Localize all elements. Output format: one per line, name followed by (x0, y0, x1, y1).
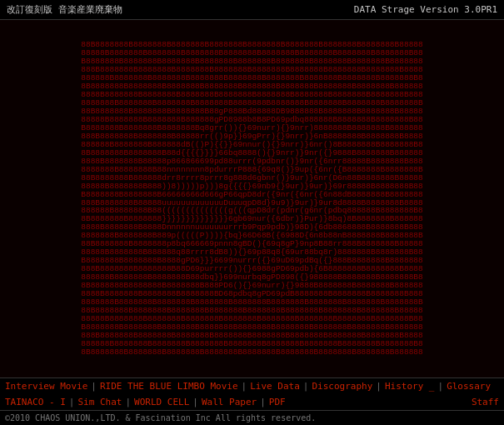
footer: ©2010 CHAOS UNION.,LTD. & Fascination In… (0, 410, 504, 425)
nav-separator: | (91, 381, 97, 392)
nav-primary: Interview Movie | RIDE THE BLUE LIMBO Mo… (0, 378, 504, 394)
nav-secondary: TAINACO - I | Sim Chat | WORLD CELL | Wa… (0, 394, 504, 410)
nav-item-history[interactable]: History _ (385, 381, 435, 392)
nav-item-sim-chat[interactable]: Sim Chat (77, 397, 122, 408)
nav-item-interview-movie[interactable]: Interview Movie (5, 381, 87, 392)
version-label: DATA Strage Version 3.0PR1 (354, 4, 497, 15)
copyright-text: ©2010 CHAOS UNION.,LTD. & Fascination In… (5, 413, 316, 422)
nav-item-ride-blue-limbo[interactable]: RIDE THE BLUE LIMBO Movie (100, 381, 238, 392)
nav-separator: | (376, 381, 382, 392)
nav-item-discography[interactable]: Discography (312, 381, 372, 392)
nav-separator: | (242, 381, 247, 392)
staff-link[interactable]: Staff (472, 397, 499, 408)
nav-separator: | (303, 381, 309, 392)
nav-item-world-cell[interactable]: WORLD CELL (134, 397, 189, 408)
nav-separator: | (69, 397, 75, 408)
ascii-art: 88B8888888B8888888B8888888B8888888B88888… (0, 20, 504, 378)
nav-item-pdf[interactable]: PDF (269, 397, 286, 408)
nav-item-tainaco[interactable]: TAINACO - I (5, 397, 66, 408)
nav-item-glossary[interactable]: Glossary (447, 381, 491, 392)
nav-separator: | (438, 381, 444, 392)
nav-separator: | (260, 397, 266, 408)
nav-item-live-data[interactable]: Live Data (250, 381, 300, 392)
nav-separator: | (125, 397, 131, 408)
nav-item-wall-paper[interactable]: Wall Paper (202, 397, 257, 408)
main-canvas: 88B8888888B8888888B8888888B8888888B88888… (0, 20, 504, 378)
nav-separator: | (192, 397, 198, 408)
page-title: 改訂復刻版 音楽産業廃棄物 (7, 3, 122, 16)
